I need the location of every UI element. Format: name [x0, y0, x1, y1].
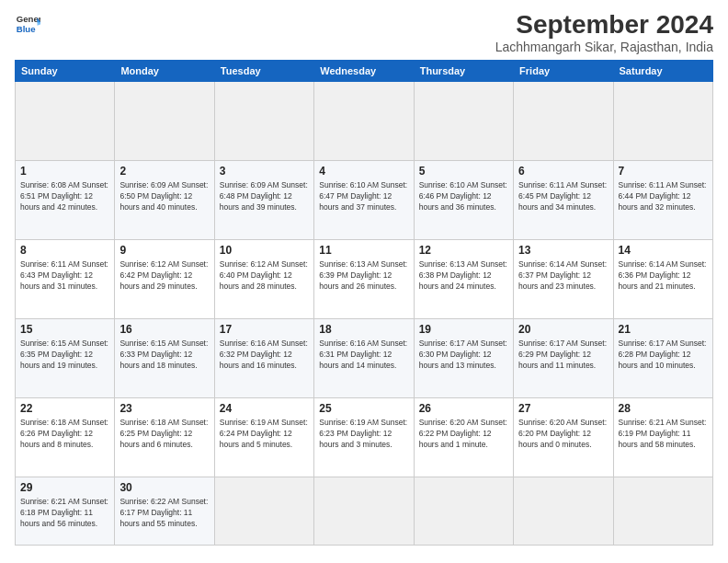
- day-info: Sunrise: 6:17 AM Sunset: 6:28 PM Dayligh…: [619, 338, 708, 372]
- day-info: Sunrise: 6:10 AM Sunset: 6:47 PM Dayligh…: [319, 179, 408, 213]
- day-number: 1: [20, 165, 109, 178]
- day-info: Sunrise: 6:10 AM Sunset: 6:46 PM Dayligh…: [419, 179, 508, 213]
- day-number: 22: [20, 402, 109, 415]
- table-row: 2Sunrise: 6:09 AM Sunset: 6:50 PM Daylig…: [115, 160, 214, 239]
- day-info: Sunrise: 6:08 AM Sunset: 6:51 PM Dayligh…: [20, 179, 109, 213]
- day-info: Sunrise: 6:21 AM Sunset: 6:19 PM Dayligh…: [619, 417, 708, 451]
- day-info: Sunrise: 6:16 AM Sunset: 6:31 PM Dayligh…: [319, 338, 408, 372]
- day-number: 23: [119, 402, 209, 415]
- day-info: Sunrise: 6:14 AM Sunset: 6:37 PM Dayligh…: [518, 259, 608, 293]
- table-row: 24Sunrise: 6:19 AM Sunset: 6:24 PM Dayli…: [214, 397, 313, 477]
- table-row: [514, 477, 613, 545]
- day-number: 21: [619, 323, 708, 336]
- day-info: Sunrise: 6:19 AM Sunset: 6:24 PM Dayligh…: [220, 417, 309, 451]
- table-row: 23Sunrise: 6:18 AM Sunset: 6:25 PM Dayli…: [115, 397, 214, 477]
- day-info: Sunrise: 6:17 AM Sunset: 6:29 PM Dayligh…: [518, 338, 608, 372]
- table-row: 4Sunrise: 6:10 AM Sunset: 6:47 PM Daylig…: [314, 160, 414, 239]
- table-row: 1Sunrise: 6:08 AM Sunset: 6:51 PM Daylig…: [16, 160, 115, 239]
- svg-text:General: General: [17, 14, 40, 24]
- svg-text:Blue: Blue: [17, 24, 36, 34]
- day-info: Sunrise: 6:11 AM Sunset: 6:45 PM Dayligh…: [518, 179, 608, 213]
- day-info: Sunrise: 6:12 AM Sunset: 6:40 PM Dayligh…: [220, 259, 309, 293]
- day-number: 11: [319, 244, 408, 257]
- table-row: [414, 81, 513, 160]
- month-title: September 2024: [495, 11, 713, 40]
- col-thursday: Thursday: [414, 60, 513, 81]
- day-info: Sunrise: 6:09 AM Sunset: 6:48 PM Dayligh…: [220, 179, 309, 213]
- day-number: 14: [619, 244, 708, 257]
- day-number: 30: [119, 481, 209, 494]
- day-number: 12: [419, 244, 508, 257]
- table-row: 21Sunrise: 6:17 AM Sunset: 6:28 PM Dayli…: [613, 318, 712, 397]
- table-row: 8Sunrise: 6:11 AM Sunset: 6:43 PM Daylig…: [16, 239, 115, 318]
- day-number: 28: [619, 402, 708, 415]
- header: General Blue September 2024 Lachhmangarh…: [15, 11, 713, 54]
- day-number: 18: [319, 323, 408, 336]
- table-row: 13Sunrise: 6:14 AM Sunset: 6:37 PM Dayli…: [514, 239, 613, 318]
- table-row: 28Sunrise: 6:21 AM Sunset: 6:19 PM Dayli…: [613, 397, 712, 477]
- table-row: 6Sunrise: 6:11 AM Sunset: 6:45 PM Daylig…: [514, 160, 613, 239]
- table-row: [214, 81, 313, 160]
- day-number: 2: [119, 165, 209, 178]
- day-number: 3: [220, 165, 309, 178]
- day-info: Sunrise: 6:16 AM Sunset: 6:32 PM Dayligh…: [220, 338, 309, 372]
- day-number: 13: [518, 244, 608, 257]
- calendar-header-row: Sunday Monday Tuesday Wednesday Thursday…: [16, 60, 713, 81]
- table-row: 11Sunrise: 6:13 AM Sunset: 6:39 PM Dayli…: [314, 239, 414, 318]
- title-block: September 2024 Lachhmangarh Sikar, Rajas…: [495, 11, 713, 54]
- table-row: 16Sunrise: 6:15 AM Sunset: 6:33 PM Dayli…: [115, 318, 214, 397]
- col-monday: Monday: [115, 60, 214, 81]
- day-number: 8: [20, 244, 109, 257]
- col-wednesday: Wednesday: [314, 60, 414, 81]
- table-row: 22Sunrise: 6:18 AM Sunset: 6:26 PM Dayli…: [16, 397, 115, 477]
- table-row: [314, 81, 414, 160]
- day-info: Sunrise: 6:22 AM Sunset: 6:17 PM Dayligh…: [119, 496, 209, 530]
- day-number: 27: [518, 402, 608, 415]
- day-info: Sunrise: 6:13 AM Sunset: 6:38 PM Dayligh…: [419, 259, 508, 293]
- table-row: [314, 477, 414, 545]
- day-info: Sunrise: 6:15 AM Sunset: 6:35 PM Dayligh…: [20, 338, 109, 372]
- table-row: 26Sunrise: 6:20 AM Sunset: 6:22 PM Dayli…: [414, 397, 513, 477]
- table-row: [514, 81, 613, 160]
- logo: General Blue: [15, 11, 40, 37]
- day-number: 25: [319, 402, 408, 415]
- day-info: Sunrise: 6:15 AM Sunset: 6:33 PM Dayligh…: [119, 338, 209, 372]
- table-row: 18Sunrise: 6:16 AM Sunset: 6:31 PM Dayli…: [314, 318, 414, 397]
- day-info: Sunrise: 6:18 AM Sunset: 6:26 PM Dayligh…: [20, 417, 109, 451]
- table-row: 30Sunrise: 6:22 AM Sunset: 6:17 PM Dayli…: [115, 477, 214, 545]
- col-friday: Friday: [514, 60, 613, 81]
- day-number: 29: [20, 481, 109, 494]
- day-number: 20: [518, 323, 608, 336]
- day-info: Sunrise: 6:13 AM Sunset: 6:39 PM Dayligh…: [319, 259, 408, 293]
- day-number: 6: [518, 165, 608, 178]
- logo-icon: General Blue: [15, 11, 40, 37]
- table-row: [115, 81, 214, 160]
- day-number: 10: [220, 244, 309, 257]
- table-row: 9Sunrise: 6:12 AM Sunset: 6:42 PM Daylig…: [115, 239, 214, 318]
- table-row: 14Sunrise: 6:14 AM Sunset: 6:36 PM Dayli…: [613, 239, 712, 318]
- table-row: 5Sunrise: 6:10 AM Sunset: 6:46 PM Daylig…: [414, 160, 513, 239]
- table-row: [613, 81, 712, 160]
- day-number: 19: [419, 323, 508, 336]
- day-info: Sunrise: 6:20 AM Sunset: 6:22 PM Dayligh…: [419, 417, 508, 451]
- table-row: 29Sunrise: 6:21 AM Sunset: 6:18 PM Dayli…: [16, 477, 115, 545]
- table-row: [214, 477, 313, 545]
- day-number: 4: [319, 165, 408, 178]
- table-row: 19Sunrise: 6:17 AM Sunset: 6:30 PM Dayli…: [414, 318, 513, 397]
- day-info: Sunrise: 6:11 AM Sunset: 6:44 PM Dayligh…: [619, 179, 708, 213]
- table-row: 25Sunrise: 6:19 AM Sunset: 6:23 PM Dayli…: [314, 397, 414, 477]
- calendar-table: Sunday Monday Tuesday Wednesday Thursday…: [15, 60, 713, 546]
- day-number: 5: [419, 165, 508, 178]
- day-number: 17: [220, 323, 309, 336]
- day-info: Sunrise: 6:18 AM Sunset: 6:25 PM Dayligh…: [119, 417, 209, 451]
- table-row: 17Sunrise: 6:16 AM Sunset: 6:32 PM Dayli…: [214, 318, 313, 397]
- col-sunday: Sunday: [16, 60, 115, 81]
- table-row: 7Sunrise: 6:11 AM Sunset: 6:44 PM Daylig…: [613, 160, 712, 239]
- day-info: Sunrise: 6:17 AM Sunset: 6:30 PM Dayligh…: [419, 338, 508, 372]
- col-saturday: Saturday: [613, 60, 712, 81]
- day-number: 9: [119, 244, 209, 257]
- table-row: 12Sunrise: 6:13 AM Sunset: 6:38 PM Dayli…: [414, 239, 513, 318]
- col-tuesday: Tuesday: [214, 60, 313, 81]
- day-number: 7: [619, 165, 708, 178]
- day-info: Sunrise: 6:19 AM Sunset: 6:23 PM Dayligh…: [319, 417, 408, 451]
